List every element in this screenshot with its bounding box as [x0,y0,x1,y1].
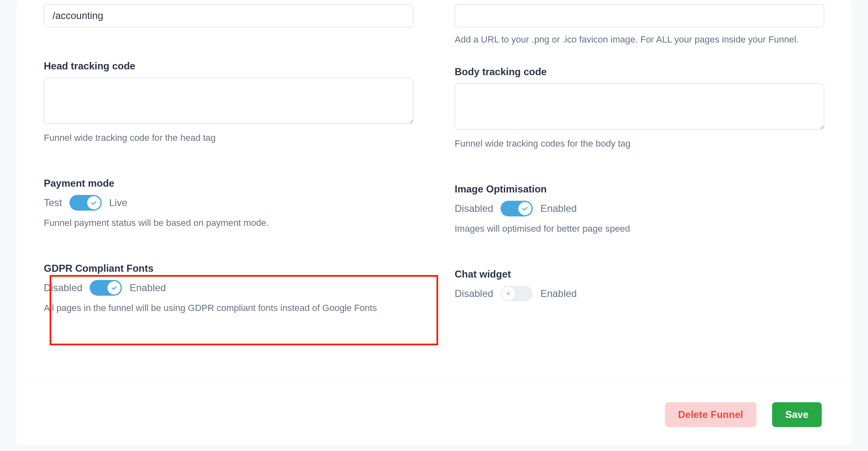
favicon-url-input[interactable] [455,4,824,27]
payment-mode-helper: Funnel payment status will be based on p… [44,216,413,230]
chat-widget-off-text: Disabled [455,288,493,299]
image-opt-on-text: Enabled [540,203,577,214]
image-opt-toggle[interactable] [501,201,533,216]
content-area: Head tracking code Funnel wide tracking … [44,0,824,444]
footer-divider [17,382,851,382]
close-icon [502,287,515,300]
payment-mode-toggle[interactable] [69,195,102,211]
check-icon [518,202,532,215]
gdpr-on-text: Enabled [129,282,166,294]
image-opt-off-text: Disabled [455,203,493,214]
head-tracking-textarea[interactable] [44,78,413,124]
gdpr-off-text: Disabled [44,282,82,294]
left-column: Head tracking code Funnel wide tracking … [44,4,413,315]
image-opt-label: Image Optimisation [455,183,824,195]
favicon-helper: Add a URL to your .png or .ico favicon i… [455,33,824,46]
save-button[interactable]: Save [772,402,822,427]
chat-widget-label: Chat widget [455,268,824,280]
image-opt-helper: Images will optimised for better page sp… [455,222,824,235]
head-tracking-helper: Funnel wide tracking code for the head t… [44,131,413,145]
check-icon [107,281,121,294]
chat-widget-on-text: Enabled [540,288,577,299]
payment-mode-on-text: Live [109,197,127,209]
body-tracking-label: Body tracking code [455,66,824,78]
payment-mode-off-text: Test [44,197,62,209]
head-tracking-label: Head tracking code [44,60,413,72]
chat-widget-toggle[interactable] [501,286,533,301]
gdpr-fonts-helper: All pages in the funnel will be using GD… [44,301,413,315]
delete-funnel-button[interactable]: Delete Funnel [665,402,756,427]
gdpr-fonts-label: GDPR Compliant Fonts [44,263,413,274]
gdpr-fonts-toggle[interactable] [90,280,122,296]
footer-actions: Delete Funnel Save [665,402,822,427]
right-column: Add a URL to your .png or .ico favicon i… [455,4,824,315]
body-tracking-helper: Funnel wide tracking codes for the body … [455,137,824,150]
check-icon [87,196,100,209]
settings-card: Head tracking code Funnel wide tracking … [17,0,851,444]
body-tracking-textarea[interactable] [455,83,824,130]
funnel-path-input[interactable] [44,4,413,27]
payment-mode-label: Payment mode [44,178,413,189]
